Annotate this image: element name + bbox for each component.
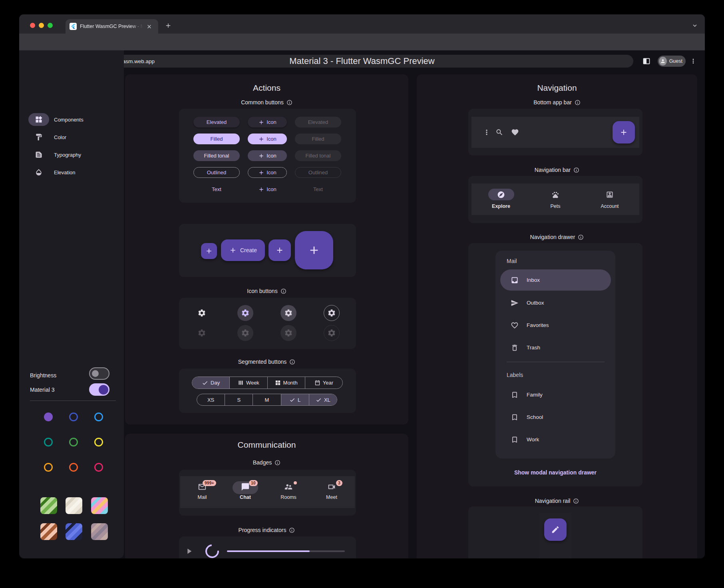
outlined-icon-button[interactable] <box>324 305 340 321</box>
image-seed-blue-zebra[interactable] <box>66 523 82 540</box>
navbar-dest-pets[interactable]: Pets <box>535 189 575 209</box>
rail-edit-fab[interactable] <box>544 518 567 541</box>
drawer-divider <box>507 362 605 362</box>
image-seed-leaves[interactable] <box>40 497 57 514</box>
drawer-item-work[interactable]: Work <box>500 429 611 450</box>
info-icon[interactable] <box>280 288 286 294</box>
drawer-item-favorites[interactable]: Favorites <box>500 315 611 336</box>
elevated-button[interactable]: Elevated <box>193 117 240 128</box>
seed-color-green[interactable] <box>69 438 78 446</box>
outlined-icon-button[interactable]: Icon <box>248 167 287 178</box>
sidebar-item-color[interactable]: Color <box>19 128 124 146</box>
extended-fab[interactable]: Create <box>221 239 265 261</box>
info-icon[interactable] <box>289 527 295 533</box>
info-icon[interactable] <box>578 234 584 240</box>
outlined-button[interactable]: Outlined <box>193 167 240 178</box>
drawer-item-family[interactable]: Family <box>500 384 611 405</box>
badge-dest-rooms[interactable]: Rooms <box>272 482 304 500</box>
segment-month[interactable]: Month <box>267 377 305 389</box>
chevron-down-icon[interactable] <box>691 22 698 29</box>
brightness-label: Brightness <box>30 372 56 379</box>
segment-xs[interactable]: XS <box>197 394 225 405</box>
bottom-bar-fab[interactable] <box>613 121 635 144</box>
segment-m[interactable]: M <box>253 394 280 405</box>
drawer-item-outbox[interactable]: Outbox <box>500 292 611 313</box>
sidebar-item-typography[interactable]: Typography <box>19 146 124 163</box>
seed-color-teal[interactable] <box>44 438 53 446</box>
filled-tonal-icon-button[interactable]: Icon <box>248 150 287 161</box>
image-seed-white-flowers[interactable] <box>66 497 82 514</box>
info-icon[interactable] <box>274 460 280 466</box>
maximize-window-button[interactable] <box>48 23 53 28</box>
progress-indicators-label: Progress indicators <box>125 527 408 533</box>
new-tab-button[interactable] <box>165 22 172 29</box>
seed-color-deep-purple[interactable] <box>44 413 53 421</box>
material3-switch[interactable] <box>89 383 109 396</box>
segment-s[interactable]: S <box>225 394 253 405</box>
browser-tab[interactable]: Flutter WasmGC Preview - Ma <box>66 19 158 34</box>
standard-icon-button[interactable] <box>194 305 210 321</box>
minimize-window-button[interactable] <box>39 23 44 28</box>
info-icon[interactable] <box>575 100 581 106</box>
navigation-rail-label: Navigation rail <box>417 498 697 504</box>
close-window-button[interactable] <box>30 23 35 28</box>
badge-dest-meet[interactable]: Meet <box>316 482 348 500</box>
image-seed-jellyfish[interactable] <box>91 523 108 540</box>
seed-color-indigo[interactable] <box>69 413 78 421</box>
text-icon-button[interactable]: Icon <box>248 184 287 195</box>
seed-color-pink[interactable] <box>94 463 103 472</box>
widgets-icon <box>35 116 43 124</box>
close-tab-icon[interactable] <box>146 24 152 30</box>
segment-day[interactable]: Day <box>192 377 229 389</box>
common-buttons-label: Common buttons <box>125 99 408 106</box>
sidebar-item-components[interactable]: Components <box>19 111 124 128</box>
check-icon <box>202 380 208 386</box>
settings-icon <box>284 309 293 317</box>
info-icon[interactable] <box>573 498 579 504</box>
play-icon[interactable] <box>185 547 193 556</box>
segmented-row-calendar: Day Week Month Year <box>192 377 343 389</box>
menu-dots-icon[interactable] <box>483 128 491 136</box>
segment-l[interactable]: L <box>281 394 309 405</box>
segment-year[interactable]: Year <box>305 377 342 389</box>
image-seed-abstract-swirl[interactable] <box>91 497 108 514</box>
linear-progress-fill <box>227 550 310 552</box>
linear-progress[interactable] <box>227 550 345 552</box>
large-fab[interactable] <box>295 231 333 269</box>
fab[interactable] <box>269 239 291 261</box>
info-icon[interactable] <box>573 167 579 173</box>
filled-icon-button[interactable] <box>237 305 253 321</box>
segment-xl[interactable]: XL <box>309 394 337 405</box>
filled-button[interactable]: Filled <box>193 134 240 144</box>
filled-tonal-button-disabled: Filled tonal <box>295 150 341 161</box>
seed-color-yellow[interactable] <box>94 438 103 446</box>
drawer-item-trash[interactable]: Trash <box>500 337 611 358</box>
sidebar-item-elevation[interactable]: Elevation <box>19 163 124 181</box>
badge-dot <box>294 481 297 484</box>
image-seed-dry-flowers[interactable] <box>40 523 57 540</box>
drawer-item-inbox[interactable]: Inbox <box>500 269 611 291</box>
elevated-icon-button[interactable]: Icon <box>248 117 287 128</box>
drawer-item-school[interactable]: School <box>500 407 611 428</box>
navbar-dest-account[interactable]: Account <box>590 189 630 209</box>
info-icon[interactable] <box>289 359 295 365</box>
sidebar-divider <box>30 401 116 401</box>
seed-color-deep-orange[interactable] <box>69 463 78 472</box>
show-modal-drawer-button[interactable]: Show modal navigation drawer <box>468 469 642 476</box>
text-button[interactable]: Text <box>193 184 240 195</box>
seed-color-orange[interactable] <box>44 463 53 472</box>
navbar-dest-explore[interactable]: Explore <box>481 189 521 209</box>
settings-icon <box>241 309 250 317</box>
brightness-switch[interactable] <box>89 367 109 380</box>
tonal-icon-button[interactable] <box>280 305 296 321</box>
filled-icon-button[interactable]: Icon <box>248 134 287 144</box>
small-fab[interactable] <box>201 243 217 259</box>
settings-icon <box>327 329 336 337</box>
paint-pill <box>28 131 49 144</box>
segment-week[interactable]: Week <box>229 377 267 389</box>
seed-color-blue[interactable] <box>94 413 103 421</box>
info-icon[interactable] <box>286 100 292 106</box>
heart-icon[interactable] <box>511 128 519 136</box>
filled-tonal-button[interactable]: Filled tonal <box>193 150 240 161</box>
search-icon[interactable] <box>495 128 503 136</box>
